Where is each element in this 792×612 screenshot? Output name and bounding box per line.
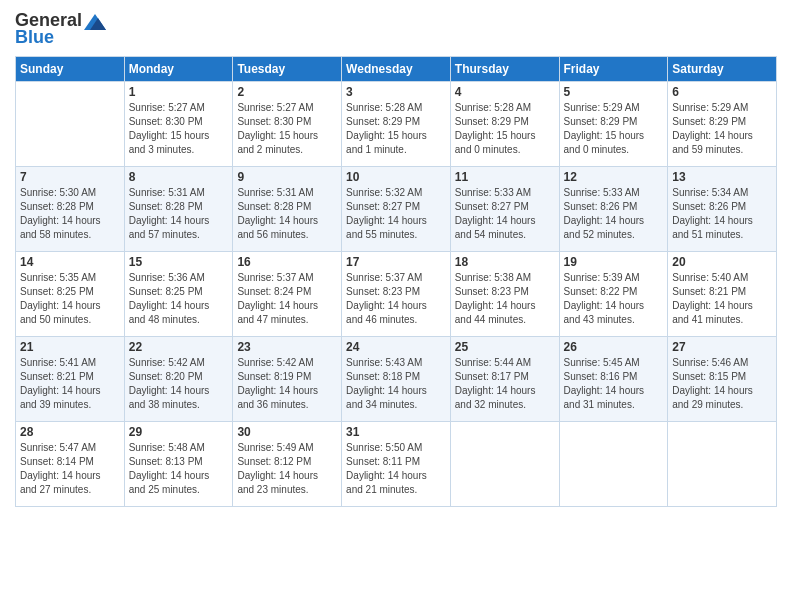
calendar-cell: 21Sunrise: 5:41 AMSunset: 8:21 PMDayligh… [16, 337, 125, 422]
day-number: 27 [672, 340, 772, 354]
day-info: Sunrise: 5:32 AMSunset: 8:27 PMDaylight:… [346, 186, 446, 242]
calendar-cell: 30Sunrise: 5:49 AMSunset: 8:12 PMDayligh… [233, 422, 342, 507]
day-number: 17 [346, 255, 446, 269]
calendar-cell: 24Sunrise: 5:43 AMSunset: 8:18 PMDayligh… [342, 337, 451, 422]
day-info: Sunrise: 5:41 AMSunset: 8:21 PMDaylight:… [20, 356, 120, 412]
calendar-week-row: 7Sunrise: 5:30 AMSunset: 8:28 PMDaylight… [16, 167, 777, 252]
calendar-week-row: 1Sunrise: 5:27 AMSunset: 8:30 PMDaylight… [16, 82, 777, 167]
day-number: 12 [564, 170, 664, 184]
calendar-cell: 2Sunrise: 5:27 AMSunset: 8:30 PMDaylight… [233, 82, 342, 167]
day-header-friday: Friday [559, 57, 668, 82]
calendar-table: SundayMondayTuesdayWednesdayThursdayFrid… [15, 56, 777, 507]
calendar-cell: 12Sunrise: 5:33 AMSunset: 8:26 PMDayligh… [559, 167, 668, 252]
calendar-cell: 25Sunrise: 5:44 AMSunset: 8:17 PMDayligh… [450, 337, 559, 422]
calendar-cell: 27Sunrise: 5:46 AMSunset: 8:15 PMDayligh… [668, 337, 777, 422]
day-info: Sunrise: 5:42 AMSunset: 8:19 PMDaylight:… [237, 356, 337, 412]
day-number: 19 [564, 255, 664, 269]
calendar-cell: 19Sunrise: 5:39 AMSunset: 8:22 PMDayligh… [559, 252, 668, 337]
calendar-cell: 28Sunrise: 5:47 AMSunset: 8:14 PMDayligh… [16, 422, 125, 507]
calendar-cell: 17Sunrise: 5:37 AMSunset: 8:23 PMDayligh… [342, 252, 451, 337]
day-info: Sunrise: 5:46 AMSunset: 8:15 PMDaylight:… [672, 356, 772, 412]
day-number: 15 [129, 255, 229, 269]
calendar-cell: 10Sunrise: 5:32 AMSunset: 8:27 PMDayligh… [342, 167, 451, 252]
calendar-cell: 22Sunrise: 5:42 AMSunset: 8:20 PMDayligh… [124, 337, 233, 422]
day-number: 7 [20, 170, 120, 184]
day-header-thursday: Thursday [450, 57, 559, 82]
logo: General Blue [15, 10, 106, 48]
day-info: Sunrise: 5:37 AMSunset: 8:23 PMDaylight:… [346, 271, 446, 327]
day-number: 21 [20, 340, 120, 354]
day-number: 25 [455, 340, 555, 354]
calendar-week-row: 14Sunrise: 5:35 AMSunset: 8:25 PMDayligh… [16, 252, 777, 337]
day-info: Sunrise: 5:44 AMSunset: 8:17 PMDaylight:… [455, 356, 555, 412]
day-number: 9 [237, 170, 337, 184]
day-number: 24 [346, 340, 446, 354]
day-info: Sunrise: 5:33 AMSunset: 8:26 PMDaylight:… [564, 186, 664, 242]
calendar-cell: 8Sunrise: 5:31 AMSunset: 8:28 PMDaylight… [124, 167, 233, 252]
day-header-sunday: Sunday [16, 57, 125, 82]
day-number: 2 [237, 85, 337, 99]
calendar-cell: 6Sunrise: 5:29 AMSunset: 8:29 PMDaylight… [668, 82, 777, 167]
day-number: 18 [455, 255, 555, 269]
day-header-saturday: Saturday [668, 57, 777, 82]
day-info: Sunrise: 5:36 AMSunset: 8:25 PMDaylight:… [129, 271, 229, 327]
day-info: Sunrise: 5:50 AMSunset: 8:11 PMDaylight:… [346, 441, 446, 497]
day-info: Sunrise: 5:42 AMSunset: 8:20 PMDaylight:… [129, 356, 229, 412]
calendar-cell: 3Sunrise: 5:28 AMSunset: 8:29 PMDaylight… [342, 82, 451, 167]
day-info: Sunrise: 5:49 AMSunset: 8:12 PMDaylight:… [237, 441, 337, 497]
day-info: Sunrise: 5:30 AMSunset: 8:28 PMDaylight:… [20, 186, 120, 242]
calendar-cell: 15Sunrise: 5:36 AMSunset: 8:25 PMDayligh… [124, 252, 233, 337]
day-number: 1 [129, 85, 229, 99]
day-info: Sunrise: 5:39 AMSunset: 8:22 PMDaylight:… [564, 271, 664, 327]
calendar-cell: 18Sunrise: 5:38 AMSunset: 8:23 PMDayligh… [450, 252, 559, 337]
day-info: Sunrise: 5:27 AMSunset: 8:30 PMDaylight:… [129, 101, 229, 157]
day-number: 4 [455, 85, 555, 99]
day-info: Sunrise: 5:29 AMSunset: 8:29 PMDaylight:… [672, 101, 772, 157]
calendar-cell [668, 422, 777, 507]
day-info: Sunrise: 5:45 AMSunset: 8:16 PMDaylight:… [564, 356, 664, 412]
day-info: Sunrise: 5:28 AMSunset: 8:29 PMDaylight:… [455, 101, 555, 157]
day-number: 29 [129, 425, 229, 439]
day-number: 23 [237, 340, 337, 354]
calendar-cell: 1Sunrise: 5:27 AMSunset: 8:30 PMDaylight… [124, 82, 233, 167]
calendar-header-row: SundayMondayTuesdayWednesdayThursdayFrid… [16, 57, 777, 82]
calendar-cell: 26Sunrise: 5:45 AMSunset: 8:16 PMDayligh… [559, 337, 668, 422]
day-number: 11 [455, 170, 555, 184]
day-header-monday: Monday [124, 57, 233, 82]
day-number: 16 [237, 255, 337, 269]
day-info: Sunrise: 5:31 AMSunset: 8:28 PMDaylight:… [237, 186, 337, 242]
day-info: Sunrise: 5:29 AMSunset: 8:29 PMDaylight:… [564, 101, 664, 157]
calendar-week-row: 28Sunrise: 5:47 AMSunset: 8:14 PMDayligh… [16, 422, 777, 507]
day-info: Sunrise: 5:27 AMSunset: 8:30 PMDaylight:… [237, 101, 337, 157]
calendar-cell: 31Sunrise: 5:50 AMSunset: 8:11 PMDayligh… [342, 422, 451, 507]
day-number: 30 [237, 425, 337, 439]
calendar-cell: 7Sunrise: 5:30 AMSunset: 8:28 PMDaylight… [16, 167, 125, 252]
calendar-cell: 13Sunrise: 5:34 AMSunset: 8:26 PMDayligh… [668, 167, 777, 252]
day-header-wednesday: Wednesday [342, 57, 451, 82]
calendar-body: 1Sunrise: 5:27 AMSunset: 8:30 PMDaylight… [16, 82, 777, 507]
calendar-cell: 4Sunrise: 5:28 AMSunset: 8:29 PMDaylight… [450, 82, 559, 167]
day-number: 10 [346, 170, 446, 184]
day-number: 26 [564, 340, 664, 354]
day-info: Sunrise: 5:31 AMSunset: 8:28 PMDaylight:… [129, 186, 229, 242]
day-info: Sunrise: 5:38 AMSunset: 8:23 PMDaylight:… [455, 271, 555, 327]
day-number: 31 [346, 425, 446, 439]
day-number: 14 [20, 255, 120, 269]
calendar-cell [16, 82, 125, 167]
day-info: Sunrise: 5:43 AMSunset: 8:18 PMDaylight:… [346, 356, 446, 412]
calendar-cell: 14Sunrise: 5:35 AMSunset: 8:25 PMDayligh… [16, 252, 125, 337]
logo-icon [84, 12, 106, 30]
day-number: 8 [129, 170, 229, 184]
day-number: 13 [672, 170, 772, 184]
day-number: 6 [672, 85, 772, 99]
day-info: Sunrise: 5:37 AMSunset: 8:24 PMDaylight:… [237, 271, 337, 327]
day-info: Sunrise: 5:34 AMSunset: 8:26 PMDaylight:… [672, 186, 772, 242]
calendar-cell: 5Sunrise: 5:29 AMSunset: 8:29 PMDaylight… [559, 82, 668, 167]
day-number: 20 [672, 255, 772, 269]
day-number: 5 [564, 85, 664, 99]
calendar-cell: 20Sunrise: 5:40 AMSunset: 8:21 PMDayligh… [668, 252, 777, 337]
calendar-cell: 11Sunrise: 5:33 AMSunset: 8:27 PMDayligh… [450, 167, 559, 252]
calendar-cell: 16Sunrise: 5:37 AMSunset: 8:24 PMDayligh… [233, 252, 342, 337]
day-info: Sunrise: 5:47 AMSunset: 8:14 PMDaylight:… [20, 441, 120, 497]
day-info: Sunrise: 5:33 AMSunset: 8:27 PMDaylight:… [455, 186, 555, 242]
